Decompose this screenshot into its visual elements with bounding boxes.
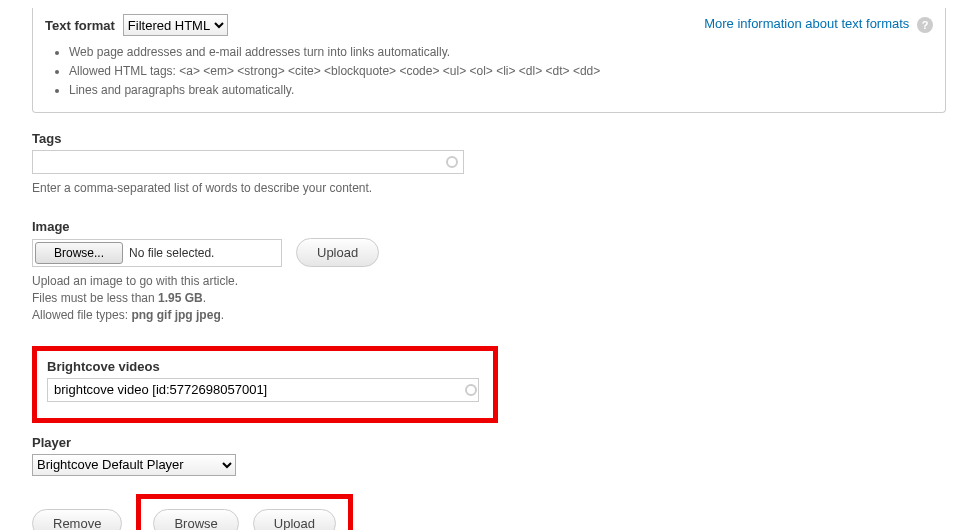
tags-input[interactable] bbox=[32, 150, 464, 174]
tags-description: Enter a comma-separated list of words to… bbox=[32, 180, 946, 197]
brightcove-highlight: Brightcove videos bbox=[32, 346, 498, 423]
image-desc-line: Upload an image to go with this article. bbox=[32, 273, 946, 290]
file-status-text: No file selected. bbox=[125, 246, 214, 260]
more-info-link[interactable]: More information about text formats ? bbox=[704, 16, 933, 33]
image-description: Upload an image to go with this article.… bbox=[32, 273, 946, 323]
player-label: Player bbox=[32, 435, 946, 450]
text-format-label: Text format bbox=[45, 18, 115, 33]
image-field: Image Browse... No file selected. Upload… bbox=[32, 219, 946, 323]
format-tip: Lines and paragraphs break automatically… bbox=[69, 82, 933, 99]
help-icon: ? bbox=[917, 17, 933, 33]
text-format-panel: Text format Filtered HTML More informati… bbox=[32, 8, 946, 113]
format-tip: Web page addresses and e-mail addresses … bbox=[69, 44, 933, 61]
file-picker[interactable]: Browse... No file selected. bbox=[32, 239, 282, 267]
player-field: Player Brightcove Default Player bbox=[32, 435, 946, 476]
image-label: Image bbox=[32, 219, 946, 234]
brightcove-input[interactable] bbox=[47, 378, 479, 402]
upload-button[interactable]: Upload bbox=[253, 509, 336, 530]
image-desc-line: Files must be less than 1.95 GB. bbox=[32, 290, 946, 307]
image-desc-line: Allowed file types: png gif jpg jpeg. bbox=[32, 307, 946, 324]
loading-icon bbox=[465, 384, 477, 396]
format-tip: Allowed HTML tags: <a> <em> <strong> <ci… bbox=[69, 63, 933, 80]
player-select[interactable]: Brightcove Default Player bbox=[32, 454, 236, 476]
browse-upload-highlight: Browse Upload bbox=[136, 494, 353, 530]
remove-button[interactable]: Remove bbox=[32, 509, 122, 530]
browse-button[interactable]: Browse bbox=[153, 509, 238, 530]
tags-label: Tags bbox=[32, 131, 946, 146]
format-tips-list: Web page addresses and e-mail addresses … bbox=[53, 44, 933, 98]
action-buttons: Remove Browse Upload bbox=[32, 494, 946, 530]
text-format-select[interactable]: Filtered HTML bbox=[123, 14, 228, 36]
loading-icon bbox=[446, 156, 458, 168]
tags-field: Tags Enter a comma-separated list of wor… bbox=[32, 131, 946, 197]
browse-file-button[interactable]: Browse... bbox=[35, 242, 123, 264]
more-info-text: More information about text formats bbox=[704, 16, 909, 31]
brightcove-label: Brightcove videos bbox=[47, 359, 483, 374]
upload-image-button[interactable]: Upload bbox=[296, 238, 379, 267]
